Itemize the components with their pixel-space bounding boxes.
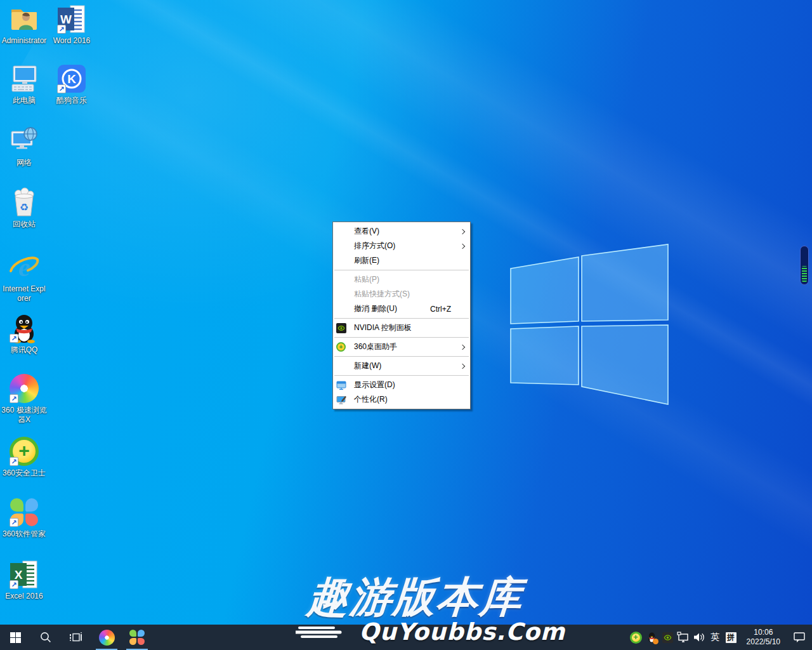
desktop-icon-kugou-music[interactable]: K ↗ 酷狗音乐 — [48, 63, 96, 105]
360-browser-swirl-icon — [99, 630, 115, 646]
desktop-icon-word-2016[interactable]: W ↗ Word 2016 — [48, 4, 96, 46]
excel-icon: X ↗ — [9, 559, 39, 590]
watermark-subtitle: QuYoubbs.Com — [296, 618, 565, 646]
desktop-icon-internet-explorer[interactable]: e Internet Explorer — [0, 252, 48, 303]
user-folder-icon — [9, 4, 39, 34]
svg-text:♻: ♻ — [20, 202, 29, 213]
menu-item-display-settings[interactable]: 显示设置(D) — [333, 378, 470, 392]
menu-item-undo-delete[interactable]: 撤消 删除(U) Ctrl+Z — [333, 302, 470, 316]
search-button[interactable] — [30, 625, 61, 650]
windows-logo-wallpaper — [504, 240, 672, 410]
tray-language-indicator[interactable]: 英 — [707, 625, 723, 650]
task-view-icon — [70, 632, 82, 643]
start-button[interactable] — [0, 625, 30, 650]
tray-network[interactable] — [676, 625, 691, 650]
menu-item-paste: 粘贴(P) — [333, 272, 470, 287]
svg-text:e: e — [18, 253, 30, 282]
icon-label: Administrator — [2, 36, 47, 46]
usage-gauge-widget[interactable] — [800, 246, 809, 285]
shortcut-arrow-icon: ↗ — [57, 84, 66, 93]
menu-item-view[interactable]: 查看(V) — [333, 224, 470, 239]
task-view-button[interactable] — [61, 625, 91, 650]
menu-item-paste-shortcut: 粘贴快捷方式(S) — [333, 287, 470, 302]
menu-separator — [334, 337, 469, 338]
recycle-bin-icon: ♻ — [9, 187, 39, 218]
display-settings-icon — [336, 380, 351, 390]
clock-date: 2022/5/10 — [747, 637, 780, 647]
desktop-icon-360-software-manager[interactable]: ↗ 360软件管家 — [0, 497, 48, 539]
menu-item-personalize[interactable]: 个性化(R) — [333, 392, 470, 407]
desktop-background[interactable]: Administrator W ↗ Word 2016 — [0, 0, 812, 650]
petals-icon: ↗ — [9, 497, 39, 527]
desktop-icon-this-pc[interactable]: 此电脑 — [0, 63, 48, 105]
qq-message-badge — [653, 639, 658, 644]
tray-ime-pinyin[interactable]: 拼 — [723, 625, 739, 650]
icon-label: 网络 — [16, 158, 32, 168]
svg-text:X: X — [15, 568, 23, 581]
ie-icon: e — [9, 252, 39, 282]
360-safe-icon: ↗ — [9, 436, 39, 467]
shortcut-text: Ctrl+Z — [430, 305, 451, 314]
search-icon — [40, 632, 51, 643]
icon-label: 360软件管家 — [3, 529, 46, 539]
network-icon — [9, 126, 39, 156]
tray-volume[interactable] — [691, 625, 707, 650]
taskbar-clock[interactable]: 10:06 2022/5/10 — [739, 628, 787, 647]
kugou-icon: K ↗ — [56, 63, 87, 94]
computer-icon — [9, 63, 39, 94]
qq-penguin-icon: ↗ — [9, 313, 39, 343]
submenu-arrow-icon — [459, 345, 466, 349]
word-icon: W ↗ — [56, 4, 87, 34]
menu-item-sort-by[interactable]: 排序方式(O) — [333, 239, 470, 253]
speaker-icon — [693, 632, 705, 643]
menu-separator — [334, 375, 469, 376]
tray-qq[interactable] — [644, 625, 660, 650]
icon-label: 360安全卫士 — [3, 468, 46, 478]
icon-label: Word 2016 — [53, 36, 90, 46]
personalize-icon — [336, 395, 351, 405]
taskbar-app-360-browser[interactable] — [91, 625, 122, 650]
desktop-icon-recycle-bin[interactable]: ♻ 回收站 — [0, 187, 48, 229]
submenu-arrow-icon — [459, 244, 466, 248]
icon-label: 此电脑 — [13, 96, 36, 105]
comet-lines-icon — [296, 623, 357, 642]
desktop-icon-360-browser-x[interactable]: ↗ 360 极速浏览器X — [0, 373, 48, 425]
action-center-button[interactable] — [787, 625, 812, 650]
svg-text:K: K — [67, 72, 76, 86]
watermark-title: 趣游版本库 — [305, 569, 525, 626]
shortcut-arrow-icon: ↗ — [57, 25, 66, 34]
menu-separator — [334, 270, 469, 270]
action-center-icon — [794, 632, 806, 643]
desktop-icon-administrator[interactable]: Administrator — [0, 4, 48, 46]
menu-item-new[interactable]: 新建(W) — [333, 359, 470, 373]
icon-label: 360 极速浏览器X — [1, 406, 48, 425]
network-icon — [677, 632, 690, 643]
shortcut-arrow-icon: ↗ — [10, 394, 18, 403]
menu-item-refresh[interactable]: 刷新(E) — [333, 253, 470, 268]
taskbar-app-360-software-manager[interactable] — [122, 625, 152, 650]
icon-label: 回收站 — [13, 220, 36, 229]
tray-nvidia[interactable] — [660, 625, 676, 650]
desktop-icon-360-safe[interactable]: ↗ 360安全卫士 — [0, 436, 48, 478]
shortcut-arrow-icon: ↗ — [10, 457, 18, 466]
windows-start-icon — [10, 632, 21, 643]
icon-label: Internet Explorer — [1, 284, 48, 303]
shortcut-arrow-icon: ↗ — [10, 334, 18, 343]
shortcut-arrow-icon: ↗ — [10, 518, 18, 527]
desktop-icon-network[interactable]: 网络 — [0, 126, 48, 168]
360-assistant-icon — [336, 342, 351, 352]
desktop-icon-excel-2016[interactable]: X ↗ Excel 2016 — [0, 559, 48, 601]
icon-label: Excel 2016 — [5, 592, 43, 601]
menu-item-nvidia-control-panel[interactable]: NVIDIA 控制面板 — [333, 321, 470, 335]
icon-label: 酷狗音乐 — [56, 96, 87, 105]
context-menu: 查看(V) 排序方式(O) 刷新(E) 粘贴(P) 粘贴快捷方式(S) 撤消 删… — [332, 222, 471, 409]
360-browser-swirl-icon: ↗ — [9, 373, 39, 404]
svg-text:W: W — [60, 13, 72, 26]
menu-item-360-desktop-assistant[interactable]: 360桌面助手 — [333, 340, 470, 354]
system-tray: 英 拼 10:06 2022/5/10 — [628, 625, 812, 650]
desktop-icon-tencent-qq[interactable]: ↗ 腾讯QQ — [0, 313, 48, 355]
tray-360-safe[interactable] — [628, 625, 644, 650]
clock-time: 10:06 — [747, 628, 780, 637]
nvidia-icon — [336, 323, 351, 333]
petals-icon — [129, 630, 145, 645]
